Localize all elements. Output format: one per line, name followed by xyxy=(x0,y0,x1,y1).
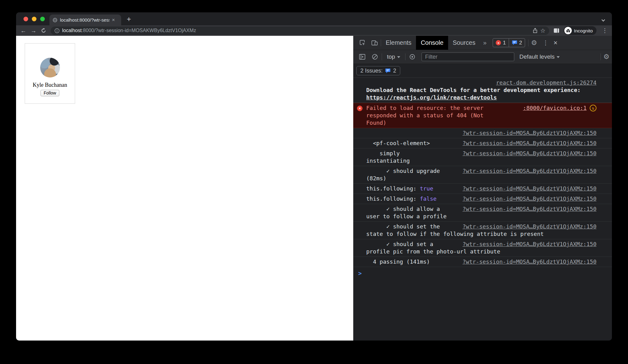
console-settings-gear-icon[interactable]: ⚙ xyxy=(603,53,609,61)
source-link[interactable]: ?wtr-session-id=MOSA…By6LdztV1OjAXMz:150 xyxy=(463,167,596,175)
console-text: ✓ should set the xyxy=(366,223,440,230)
network-request-icon[interactable]: ⇅ xyxy=(590,105,596,111)
share-icon[interactable] xyxy=(533,28,538,33)
source-link-wrap: ?wtr-session-id=MOSA…By6LdztV1OjAXMz:150 xyxy=(463,150,596,157)
side-panel-icon[interactable] xyxy=(554,28,559,33)
error-icon: × xyxy=(357,106,363,111)
incognito-label: Incognito xyxy=(574,28,593,33)
issues-bar-count: 2 xyxy=(393,68,396,74)
console-line: state to follow if the following attribu… xyxy=(366,230,596,238)
console-prompt[interactable]: > xyxy=(353,267,612,277)
console-row-log: ?wtr-session-id=MOSA…By6LdztV1OjAXMz:150… xyxy=(353,194,612,204)
filter-input[interactable] xyxy=(422,52,514,61)
console-text: ✓ should set a xyxy=(366,241,433,247)
forward-icon[interactable]: → xyxy=(31,28,36,34)
source-link[interactable]: ?wtr-session-id=MOSA…By6LdztV1OjAXMz:150 xyxy=(463,195,596,203)
issues-icon xyxy=(385,68,391,73)
issues-count: 2 xyxy=(519,40,522,46)
error-icon: × xyxy=(496,40,501,45)
devtools-tabbar: Elements Console Sources » × 1 2 xyxy=(353,36,612,50)
follow-button[interactable]: Follow xyxy=(40,90,59,96)
url-text[interactable]: localhost:8000/?wtr-session-id=MOSAKWBy6… xyxy=(62,28,530,33)
minimize-window-button[interactable] xyxy=(32,17,36,21)
devtools-menu-icon[interactable]: ⋮ xyxy=(543,39,549,46)
console-text: <pf-cool-element> xyxy=(366,140,430,146)
console-text: profile pic from the photo-url attribute xyxy=(366,248,500,255)
console-text: this.following: xyxy=(366,195,420,202)
tab-favicon-globe-icon xyxy=(53,18,57,23)
console-text: Failed to load resource: the server xyxy=(366,105,483,111)
traffic-lights xyxy=(23,17,45,21)
console-row-log: ?wtr-session-id=MOSA…By6LdztV1OjAXMz:150… xyxy=(353,222,612,239)
source-link[interactable]: ?wtr-session-id=MOSA…By6LdztV1OjAXMz:150 xyxy=(463,150,596,157)
console-toolbar: top Default levels ⚙ xyxy=(353,50,612,64)
tab-elements[interactable]: Elements xyxy=(381,36,416,50)
console-text: user to follow a profile xyxy=(366,213,447,220)
web-page: Kyle Buchanan Follow xyxy=(16,36,353,341)
clear-console-icon[interactable] xyxy=(372,54,378,60)
tab-console[interactable]: Console xyxy=(416,36,448,50)
browser-menu-icon[interactable]: ⋮ xyxy=(601,27,609,34)
tab-sources[interactable]: Sources xyxy=(448,36,480,50)
back-icon[interactable]: ← xyxy=(20,28,26,34)
issues-pill[interactable]: 2 Issues: 2 xyxy=(356,66,400,75)
source-link[interactable]: ?wtr-session-id=MOSA…By6LdztV1OjAXMz:150 xyxy=(463,241,596,248)
console-line: user to follow a profile xyxy=(366,213,596,220)
source-link-wrap: ?wtr-session-id=MOSA…By6LdztV1OjAXMz:150 xyxy=(463,140,596,147)
error-count: 1 xyxy=(503,40,506,46)
issues-count-badge[interactable]: 2 xyxy=(509,39,525,47)
console-text: (82ms) xyxy=(366,175,386,182)
more-tabs-icon[interactable]: » xyxy=(480,39,490,46)
source-link[interactable]: ?wtr-session-id=MOSA…By6LdztV1OjAXMz:150 xyxy=(463,258,596,266)
zoom-window-button[interactable] xyxy=(40,17,45,21)
console-text: responded with a status of 404 (Not xyxy=(366,112,483,119)
console-row-log: ?wtr-session-id=MOSA…By6LdztV1OjAXMz:150… xyxy=(353,138,612,149)
devtools-panel: Elements Console Sources » × 1 2 xyxy=(353,36,612,341)
source-link[interactable]: :8000/favicon.ico:1 xyxy=(523,104,587,112)
error-count-badge[interactable]: × 1 xyxy=(493,39,508,47)
console-text: https://reactjs.org/link/react-devtools xyxy=(366,94,497,101)
bookmark-star-icon[interactable]: ☆ xyxy=(540,27,545,34)
devtools-settings-gear-icon[interactable]: ⚙ xyxy=(531,39,537,47)
profile-card: Kyle Buchanan Follow xyxy=(25,43,75,104)
console-text: Download the React DevTools for a better… xyxy=(366,87,581,93)
console-text: false xyxy=(420,195,436,202)
tab-close-icon[interactable]: × xyxy=(112,17,115,23)
issues-bar: 2 Issues: 2 xyxy=(353,64,612,78)
url-bar[interactable]: localhost:8000/?wtr-session-id=MOSAKWBy6… xyxy=(51,27,549,35)
console-text: 4 passing (141ms) xyxy=(366,258,430,265)
browser-tab[interactable]: localhost:8000/?wtr-session-i × xyxy=(49,15,121,25)
source-link[interactable]: ?wtr-session-id=MOSA…By6LdztV1OjAXMz:150 xyxy=(463,129,596,137)
devtools-close-icon[interactable]: × xyxy=(554,39,558,47)
close-window-button[interactable] xyxy=(23,17,28,21)
console-text: state to follow if the following attribu… xyxy=(366,231,544,237)
source-link[interactable]: ?wtr-session-id=MOSA…By6LdztV1OjAXMz:150 xyxy=(463,223,596,230)
new-tab-button[interactable]: + xyxy=(127,15,131,23)
console-line: profile pic from the photo-url attribute xyxy=(366,248,596,255)
source-link[interactable]: ?wtr-session-id=MOSA…By6LdztV1OjAXMz:150 xyxy=(463,140,596,147)
inspect-element-icon[interactable] xyxy=(359,40,366,46)
console-messages: react-dom.development.js:26274Download t… xyxy=(353,78,612,341)
console-row-log: ?wtr-session-id=MOSA…By6LdztV1OjAXMz:150 xyxy=(353,128,612,138)
source-link[interactable]: ?wtr-session-id=MOSA…By6LdztV1OjAXMz:150 xyxy=(463,205,596,213)
console-row-log: ?wtr-session-id=MOSA…By6LdztV1OjAXMz:150… xyxy=(353,239,612,257)
log-levels-selector[interactable]: Default levels xyxy=(516,53,563,60)
reload-icon[interactable] xyxy=(41,28,46,33)
console-text: true xyxy=(420,185,433,192)
context-label: top xyxy=(387,53,395,60)
tab-title: localhost:8000/?wtr-session-i xyxy=(60,17,109,23)
source-link[interactable]: react-dom.development.js:26274 xyxy=(496,79,596,86)
tab-search-chevron-icon[interactable] xyxy=(602,17,605,20)
live-expression-eye-icon[interactable] xyxy=(409,54,415,60)
console-row-log: ?wtr-session-id=MOSA…By6LdztV1OjAXMz:150… xyxy=(353,166,612,184)
incognito-icon xyxy=(564,27,572,34)
incognito-badge: Incognito xyxy=(564,26,596,35)
console-sidebar-icon[interactable] xyxy=(359,54,366,60)
console-line: (82ms) xyxy=(366,175,596,182)
source-link[interactable]: ?wtr-session-id=MOSA…By6LdztV1OjAXMz:150 xyxy=(463,185,596,192)
device-toolbar-icon[interactable] xyxy=(371,40,378,46)
chevron-down-icon xyxy=(557,56,560,58)
issues-icon xyxy=(512,40,517,45)
site-info-icon[interactable] xyxy=(54,28,60,33)
context-selector[interactable]: top xyxy=(383,53,404,60)
